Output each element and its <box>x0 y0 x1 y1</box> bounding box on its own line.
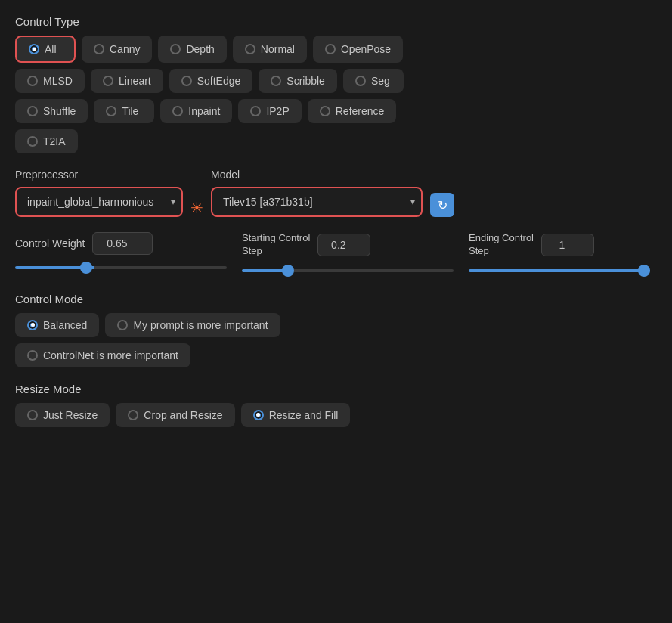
resize-mode-resize-fill[interactable]: Resize and Fill <box>241 403 351 427</box>
radio-dot-seg <box>355 76 366 86</box>
control-type-normal[interactable]: Normal <box>233 36 307 63</box>
control-type-normal-label: Normal <box>261 43 295 55</box>
control-weight-group: Control Weight <box>15 232 227 271</box>
control-type-ip2p[interactable]: IP2P <box>238 99 301 123</box>
radio-dot-ip2p <box>250 106 261 116</box>
control-type-mlsd[interactable]: MLSD <box>15 69 85 93</box>
ending-step-label: Ending ControlStep <box>469 232 534 258</box>
control-mode-row2: ControlNet is more important <box>15 343 657 367</box>
control-type-tile[interactable]: Tile <box>94 99 154 123</box>
control-weight-top: Control Weight <box>15 232 227 255</box>
radio-dot-inpaint <box>172 106 183 116</box>
radio-dot-balanced <box>27 320 38 330</box>
radio-dot-controlnet <box>27 350 38 361</box>
preprocessor-model-row: Preprocessor inpaint_global_harmonious n… <box>15 169 657 217</box>
radio-dot-t2ia <box>27 136 38 147</box>
refresh-button[interactable]: ↻ <box>430 193 454 217</box>
control-type-depth[interactable]: Depth <box>158 36 226 63</box>
radio-dot-shuffle <box>27 106 38 116</box>
control-type-depth-label: Depth <box>186 43 214 55</box>
resize-mode-resize-fill-label: Resize and Fill <box>269 409 339 421</box>
resize-mode-just-resize[interactable]: Just Resize <box>15 403 110 427</box>
control-type-mlsd-label: MLSD <box>43 75 73 87</box>
starting-step-top: Starting ControlStep <box>242 232 454 258</box>
sliders-section: Control Weight Starting ControlStep Endi… <box>15 232 657 274</box>
radio-dot-mlsd <box>27 76 38 86</box>
control-type-tile-label: Tile <box>122 105 138 117</box>
control-weight-slider[interactable] <box>15 266 227 269</box>
control-weight-label: Control Weight <box>15 237 85 250</box>
resize-mode-crop-resize-label: Crop and Resize <box>144 409 222 421</box>
radio-dot-reference <box>320 106 330 116</box>
ending-step-input[interactable] <box>541 234 594 256</box>
control-mode-my-prompt[interactable]: My prompt is more important <box>105 313 280 337</box>
control-type-canny-label: Canny <box>110 43 140 55</box>
radio-dot-softedge <box>181 76 192 86</box>
radio-dot-tile <box>106 106 116 116</box>
control-type-canny[interactable]: Canny <box>82 36 152 63</box>
model-dropdown-wrapper: Tilev15 [a371b31b] control_v11p_sd15_can… <box>211 187 423 217</box>
control-mode-my-prompt-label: My prompt is more important <box>133 319 268 331</box>
radio-dot-canny <box>94 44 104 54</box>
control-type-row2: MLSD Lineart SoftEdge Scribble Seg <box>15 69 657 93</box>
resize-mode-label: Resize Mode <box>15 383 657 395</box>
control-mode-group: Balanced My prompt is more important <box>15 313 657 337</box>
model-select[interactable]: Tilev15 [a371b31b] control_v11p_sd15_can… <box>211 187 423 217</box>
control-type-lineart-label: Lineart <box>119 75 151 87</box>
resize-mode-just-resize-label: Just Resize <box>43 409 98 421</box>
control-type-ip2p-label: IP2P <box>266 105 289 117</box>
radio-dot-scribble <box>271 76 281 86</box>
control-mode-balanced-label: Balanced <box>43 319 87 331</box>
radio-dot-lineart <box>103 76 113 86</box>
ending-step-slider[interactable] <box>469 269 650 272</box>
sliders-row: Control Weight Starting ControlStep Endi… <box>15 232 657 274</box>
control-type-openpose[interactable]: OpenPose <box>313 36 403 63</box>
control-type-inpaint[interactable]: Inpaint <box>160 99 232 123</box>
radio-dot-openpose <box>325 44 336 54</box>
ending-step-top: Ending ControlStep <box>469 232 650 258</box>
control-type-scribble-label: Scribble <box>286 75 325 87</box>
control-type-softedge[interactable]: SoftEdge <box>169 69 253 93</box>
control-type-openpose-label: OpenPose <box>341 43 391 55</box>
resize-mode-section: Resize Mode Just Resize Crop and Resize … <box>15 383 657 427</box>
control-mode-controlnet-label: ControlNet is more important <box>43 349 178 361</box>
radio-dot-my-prompt <box>117 320 128 330</box>
control-mode-controlnet[interactable]: ControlNet is more important <box>15 343 190 367</box>
model-label: Model <box>211 169 423 181</box>
control-type-reference-label: Reference <box>336 105 385 117</box>
control-type-section: Control Type All Canny Depth Normal Open… <box>15 15 657 153</box>
radio-dot-crop-resize <box>128 410 138 420</box>
ending-step-group: Ending ControlStep <box>469 232 650 274</box>
control-type-row4: T2IA <box>15 129 657 153</box>
resize-mode-group: Just Resize Crop and Resize Resize and F… <box>15 403 657 427</box>
control-type-shuffle-label: Shuffle <box>43 105 76 117</box>
starting-step-group: Starting ControlStep <box>242 232 454 274</box>
control-type-row3: Shuffle Tile Inpaint IP2P Reference <box>15 99 657 123</box>
model-group: Model Tilev15 [a371b31b] control_v11p_sd… <box>211 169 423 217</box>
radio-dot-just-resize <box>27 410 38 420</box>
star-icon[interactable]: ✳ <box>190 199 203 217</box>
control-type-seg[interactable]: Seg <box>343 69 404 93</box>
control-mode-section: Control Mode Balanced My prompt is more … <box>15 293 657 367</box>
control-type-all-label: All <box>45 43 57 55</box>
preprocessor-select[interactable]: inpaint_global_harmonious none canny dep… <box>15 187 183 217</box>
control-type-reference[interactable]: Reference <box>308 99 397 123</box>
control-weight-input[interactable] <box>92 232 153 255</box>
control-type-t2ia-label: T2IA <box>43 135 66 147</box>
control-type-lineart[interactable]: Lineart <box>91 69 163 93</box>
control-type-softedge-label: SoftEdge <box>197 75 241 87</box>
control-type-shuffle[interactable]: Shuffle <box>15 99 88 123</box>
radio-dot-all <box>29 44 39 54</box>
control-type-t2ia[interactable]: T2IA <box>15 129 78 153</box>
control-mode-label: Control Mode <box>15 293 657 305</box>
control-type-all[interactable]: All <box>15 36 76 63</box>
control-type-inpaint-label: Inpaint <box>188 105 220 117</box>
preprocessor-label: Preprocessor <box>15 169 183 181</box>
starting-step-slider[interactable] <box>242 269 454 272</box>
resize-mode-crop-resize[interactable]: Crop and Resize <box>116 403 234 427</box>
control-mode-balanced[interactable]: Balanced <box>15 313 99 337</box>
starting-step-input[interactable] <box>317 234 370 256</box>
preprocessor-dropdown-wrapper: inpaint_global_harmonious none canny dep… <box>15 187 183 217</box>
radio-dot-resize-fill <box>253 410 264 420</box>
control-type-scribble[interactable]: Scribble <box>259 69 337 93</box>
